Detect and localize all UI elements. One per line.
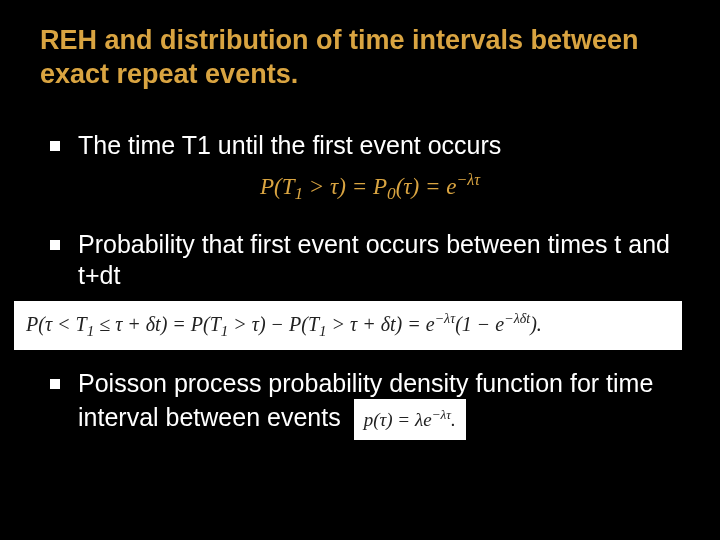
bullet-text-with-formula: Poisson process probability density func… bbox=[78, 368, 690, 440]
slide: REH and distribution of time intervals b… bbox=[0, 0, 720, 540]
formula-1: P(T1 > τ) = P0(τ) = e−λτ bbox=[50, 171, 690, 204]
bullet-item: Probability that first event occurs betw… bbox=[50, 229, 690, 292]
bullet-marker-icon bbox=[50, 240, 60, 250]
bullet-text: Probability that first event occurs betw… bbox=[78, 229, 690, 292]
bullet-item: Poisson process probability density func… bbox=[50, 368, 690, 440]
bullet-marker-icon bbox=[50, 141, 60, 151]
slide-content: The time T1 until the first event occurs… bbox=[50, 130, 690, 440]
bullet-item: The time T1 until the first event occurs bbox=[50, 130, 690, 161]
slide-title: REH and distribution of time intervals b… bbox=[40, 24, 680, 92]
bullet-marker-icon bbox=[50, 379, 60, 389]
formula-3: p(τ) = λe−λτ. bbox=[354, 399, 466, 440]
formula-2: P(τ < T1 ≤ τ + δt) = P(T1 > τ) − P(T1 > … bbox=[14, 301, 682, 350]
bullet-text: The time T1 until the first event occurs bbox=[78, 130, 690, 161]
